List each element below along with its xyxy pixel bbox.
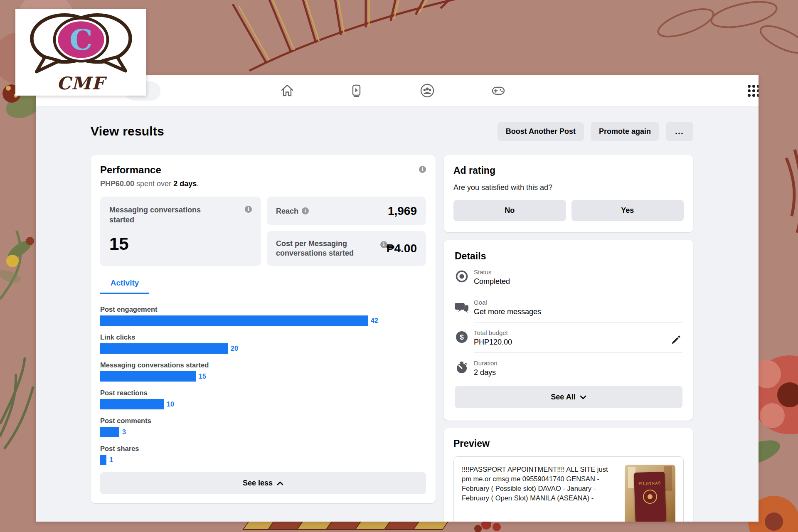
bar-label: Post reactions: [100, 389, 426, 397]
page-title: View results: [91, 124, 164, 138]
promote-again-button[interactable]: Promote again: [591, 122, 659, 141]
metric-value: 1,969: [388, 204, 417, 218]
metric-value: ₱4.00: [387, 242, 417, 255]
detail-row-status: Status Completed: [455, 268, 682, 286]
passport-graphic: PILIPINAS: [634, 472, 666, 522]
detail-label: Goal: [474, 299, 541, 306]
logo-brand-text: CMF: [57, 73, 105, 94]
chat-bubbles-logo-icon: C: [19, 9, 143, 76]
metric-messaging-conversations: Messaging conversations started i 15: [100, 197, 261, 266]
detail-label: Total budget: [474, 329, 512, 336]
bar-value: 10: [167, 401, 174, 408]
bar[interactable]: [100, 399, 164, 409]
info-icon[interactable]: i: [245, 206, 252, 213]
bar-row: Post engagement42: [100, 305, 426, 326]
detail-label: Status: [474, 268, 510, 276]
metric-cost-per-conversation: Cost per Messaging conversations started…: [267, 231, 426, 266]
bar-label: Post engagement: [100, 305, 426, 313]
logo-monogram: C: [69, 23, 92, 57]
bar-label: Post comments: [100, 416, 426, 425]
watch-icon[interactable]: [348, 83, 364, 99]
detail-row-budget: $ Total budget PHP120.00: [455, 329, 682, 347]
performance-title: Performance: [100, 164, 161, 176]
metric-label: Messaging conversations started: [109, 205, 226, 225]
facebook-window: View results Boost Another Post Promote …: [36, 75, 759, 522]
more-options-button[interactable]: …: [666, 122, 693, 141]
metric-label: Reach: [276, 206, 298, 216]
gaming-icon[interactable]: [490, 83, 506, 99]
metric-label: Cost per Messaging conversations started: [276, 239, 363, 258]
duration-stopwatch-icon: [455, 360, 469, 374]
activity-chart: Post engagement42Link clicks20Messaging …: [100, 305, 426, 465]
bar-label: Messaging conversations started: [100, 361, 426, 369]
bar-row: Post comments3: [100, 416, 426, 437]
rating-yes-button[interactable]: Yes: [571, 200, 684, 221]
preview-title: Preview: [453, 438, 684, 449]
tab-activity[interactable]: Activity: [100, 278, 149, 294]
bar-value: 3: [122, 429, 126, 436]
chevron-down-icon: [580, 395, 586, 399]
spend-summary: PHP60.00 spent over 2 days.: [100, 180, 426, 188]
detail-label: Duration: [474, 360, 498, 367]
apps-grid-icon[interactable]: [741, 78, 759, 103]
chevron-up-icon: [277, 481, 283, 485]
ad-preview[interactable]: !!!!PASSPORT APPOINTMENT!!!! ALL SITE ju…: [453, 456, 684, 522]
status-radio-icon: [455, 269, 469, 283]
metric-reach: Reach i 1,969: [267, 197, 426, 225]
detail-row-goal: Goal Get more messages: [455, 299, 682, 316]
bar-value: 42: [371, 317, 378, 325]
ad-rating-title: Ad rating: [453, 165, 684, 176]
results-canvas: View results Boost Another Post Promote …: [36, 106, 759, 522]
see-less-button[interactable]: See less: [100, 472, 426, 494]
brand-logo: C CMF: [15, 9, 146, 96]
bar-row: Messaging conversations started15: [100, 361, 426, 382]
bar-value: 1: [109, 456, 113, 464]
goal-chat-icon: [455, 300, 469, 314]
bar[interactable]: [100, 455, 106, 465]
ad-rating-question: Are you satisfied with this ad?: [453, 183, 684, 192]
rating-no-button[interactable]: No: [453, 200, 566, 221]
bar[interactable]: [100, 315, 368, 326]
bar-label: Link clicks: [100, 333, 426, 341]
bar-label: Post shares: [100, 444, 426, 453]
detail-value: 2 days: [474, 368, 498, 377]
bar-value: 15: [199, 373, 206, 380]
detail-value: Get more messages: [474, 308, 541, 316]
ad-thumbnail-image: PILIPINAS: [625, 465, 675, 522]
preview-card: Preview !!!!PASSPORT APPOINTMENT!!!! ALL…: [444, 428, 693, 522]
details-title: Details: [455, 251, 682, 262]
bar-row: Post shares1: [100, 444, 426, 465]
bar-row: Link clicks20: [100, 333, 426, 354]
detail-value: Completed: [474, 277, 510, 286]
performance-card: Performance i PHP60.00 spent over 2 days…: [91, 155, 436, 503]
edit-budget-pencil-icon[interactable]: [670, 334, 682, 346]
bar[interactable]: [100, 427, 119, 437]
info-icon[interactable]: i: [419, 166, 426, 173]
detail-row-duration: Duration 2 days: [455, 360, 682, 377]
bar[interactable]: [100, 371, 196, 382]
bar[interactable]: [100, 343, 228, 354]
svg-text:$: $: [460, 333, 464, 341]
detail-value: PHP120.00: [474, 338, 512, 347]
details-card: Details Status Completed: [444, 240, 693, 421]
home-icon[interactable]: [279, 83, 295, 99]
ad-preview-text: !!!!PASSPORT APPOINTMENT!!!! ALL SITE ju…: [462, 465, 619, 503]
budget-dollar-icon: $: [455, 330, 469, 344]
groups-icon[interactable]: [419, 83, 435, 99]
metric-value: 15: [109, 234, 252, 254]
boost-another-post-button[interactable]: Boost Another Post: [498, 122, 584, 141]
see-all-button[interactable]: See All: [455, 386, 682, 408]
ad-rating-card: Ad rating Are you satisfied with this ad…: [444, 155, 693, 232]
bar-row: Post reactions10: [100, 389, 426, 409]
info-icon[interactable]: i: [302, 207, 309, 214]
bar-value: 20: [231, 345, 238, 352]
